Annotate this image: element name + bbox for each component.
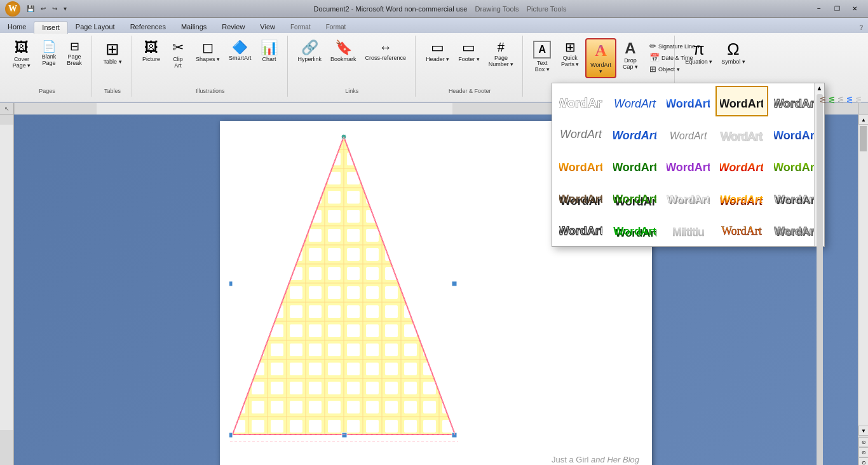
wordart-style-2[interactable]: WordArt	[608, 86, 660, 116]
tab-mailings[interactable]: Mailings	[173, 21, 214, 33]
cross-reference-button[interactable]: ↔ Cross-reference	[362, 38, 410, 64]
links-group-label: Links	[289, 88, 416, 94]
page-number-button[interactable]: # PageNumber ▾	[485, 38, 518, 70]
close-button[interactable]: ✕	[846, 3, 863, 15]
svg-text:WordArt: WordArt	[722, 225, 763, 237]
wordart-style-17[interactable]: WordArt WordArt	[608, 181, 660, 212]
minimize-button[interactable]: −	[811, 3, 827, 15]
wordart-style-18[interactable]: WordArt WordArt	[662, 181, 714, 212]
blank-page-icon: 📄	[42, 41, 56, 52]
svg-rect-12	[452, 281, 457, 286]
shapes-icon: ◻	[202, 41, 214, 55]
wordart-dropdown: WordArtWordArt WordArt WordArt WordArt W…	[552, 83, 825, 247]
wordart-style-6[interactable]: WordArt	[555, 118, 607, 148]
header-button[interactable]: ▭ Header ▾	[422, 38, 453, 65]
window-controls: − ❐ ✕	[811, 3, 863, 15]
quick-parts-button[interactable]: ⊞ QuickParts ▾	[556, 38, 584, 70]
office-button[interactable]: W	[5, 1, 20, 17]
wordart-style-24[interactable]: WordArt	[715, 213, 768, 244]
picture-button[interactable]: 🖼 Picture	[139, 38, 164, 65]
cover-page-button[interactable]: 🖼 CoverPage ▾	[8, 38, 36, 71]
picture-icon: 🖼	[144, 41, 158, 55]
title-bar-left: W 💾 ↩ ↪ ▾	[5, 1, 69, 17]
svg-text:WordArt: WordArt	[559, 193, 602, 205]
customize-qa-btn[interactable]: ▾	[61, 4, 69, 13]
svg-text:WordArt: WordArt	[614, 97, 656, 110]
wordart-style-21[interactable]: WordArt	[555, 213, 607, 244]
tab-format-drawing[interactable]: Format	[283, 22, 318, 33]
wordart-style-19[interactable]: WordArt WordArt	[715, 181, 768, 212]
help-button[interactable]: ?	[854, 22, 868, 33]
smartart-icon: 🔷	[232, 41, 248, 53]
svg-text:WordArt: WordArt	[774, 225, 817, 237]
text-box-button[interactable]: A TextBox ▾	[529, 38, 555, 75]
svg-marker-8	[233, 137, 455, 434]
svg-text:WordArt: WordArt	[721, 130, 763, 143]
wordart-style-23[interactable]: Miltitiu	[662, 213, 714, 244]
footer-button[interactable]: ▭ Footer ▾	[454, 38, 484, 65]
clip-art-button[interactable]: ✂ ClipArt	[165, 38, 191, 71]
equation-button[interactable]: π Equation ▾	[681, 38, 716, 67]
undo-qa-btn[interactable]: ↩	[38, 4, 48, 13]
wordart-style-12[interactable]: WordArt	[608, 149, 660, 180]
wordart-dropdown-scrollbar[interactable]: ▲ W W W W W ▼	[814, 83, 824, 246]
svg-text:WordArt: WordArt	[720, 97, 763, 110]
wordart-button[interactable]: A WordArt ▾	[585, 38, 616, 78]
wordart-style-16[interactable]: WordArt WordArt	[555, 181, 607, 212]
svg-rect-1	[97, 103, 452, 115]
wordart-style-4[interactable]: WordArt	[715, 86, 768, 116]
drop-cap-button[interactable]: A DropCap ▾	[618, 38, 643, 73]
tab-page-layout[interactable]: Page Layout	[68, 21, 123, 33]
tab-references[interactable]: References	[123, 21, 173, 33]
svg-text:WordArt: WordArt	[774, 129, 817, 142]
wordart-style-11[interactable]: WordArt	[555, 149, 607, 180]
page-break-button[interactable]: ⊟ PageBreak	[62, 38, 86, 69]
wordart-style-13[interactable]: WordArt	[662, 149, 714, 180]
tab-view[interactable]: View	[252, 21, 283, 33]
wordart-style-1[interactable]: WordArtWordArt	[555, 86, 607, 116]
cover-page-icon: 🖼	[15, 41, 29, 55]
ruler-vertical	[0, 115, 14, 465]
svg-text:WordArt: WordArt	[670, 130, 707, 141]
wordart-style-14[interactable]: WordArt	[715, 149, 768, 180]
tab-review[interactable]: Review	[214, 21, 252, 33]
chart-icon: 📊	[261, 41, 278, 55]
restore-button[interactable]: ❐	[829, 3, 845, 15]
ruler-corner[interactable]: ↖	[0, 103, 14, 115]
header-footer-group-label: Header & Footer	[417, 88, 522, 94]
wordart-style-9[interactable]: WordArt WordArt	[715, 118, 768, 148]
svg-text:WordArt: WordArt	[720, 161, 763, 174]
save-qa-btn[interactable]: 💾	[24, 4, 37, 13]
page-number-icon: #	[498, 41, 505, 53]
hyperlink-icon: 🔗	[301, 41, 318, 55]
svg-rect-14	[342, 433, 347, 438]
wordart-style-3[interactable]: WordArt	[662, 86, 714, 116]
wordart-style-8[interactable]: WordArt	[662, 118, 714, 148]
quick-parts-icon: ⊞	[565, 41, 576, 53]
title-bar: W 💾 ↩ ↪ ▾ Document2 - Microsoft Word non…	[0, 0, 868, 18]
wa-scroll-up[interactable]: ▲	[815, 83, 824, 93]
svg-text:WordArt: WordArt	[667, 161, 710, 174]
wa-scroll-thumb[interactable]: W W W W W	[817, 94, 823, 465]
bookmark-button[interactable]: 🔖 Bookmark	[327, 38, 360, 65]
footer-icon: ▭	[462, 41, 475, 55]
redo-qa-btn[interactable]: ↪	[50, 4, 60, 13]
blank-page-button[interactable]: 📄 BlankPage	[37, 38, 61, 69]
wa-side-items: W W W W W	[817, 94, 865, 465]
shapes-button[interactable]: ◻ Shapes ▾	[192, 38, 224, 65]
wordart-style-7[interactable]: WordArt	[608, 118, 660, 148]
hyperlink-button[interactable]: 🔗 Hyperlink	[294, 38, 326, 65]
text-box-icon: A	[533, 41, 551, 59]
symbol-button[interactable]: Ω Symbol ▾	[717, 38, 749, 67]
tab-insert[interactable]: Insert	[34, 21, 68, 34]
wordart-style-22[interactable]: WordArt WordArt	[608, 213, 660, 244]
table-button[interactable]: ⊞ Table ▾	[98, 38, 126, 67]
svg-text:WordArt: WordArt	[613, 193, 656, 205]
page-break-icon: ⊟	[70, 41, 79, 52]
signature-line-icon: ✏	[649, 41, 656, 51]
tab-format-picture[interactable]: Format	[318, 22, 354, 33]
tab-home[interactable]: Home	[0, 21, 34, 33]
triangle-shape[interactable]	[229, 130, 458, 442]
smartart-button[interactable]: 🔷 SmartArt	[225, 38, 255, 64]
chart-button[interactable]: 📊 Chart	[257, 38, 282, 65]
